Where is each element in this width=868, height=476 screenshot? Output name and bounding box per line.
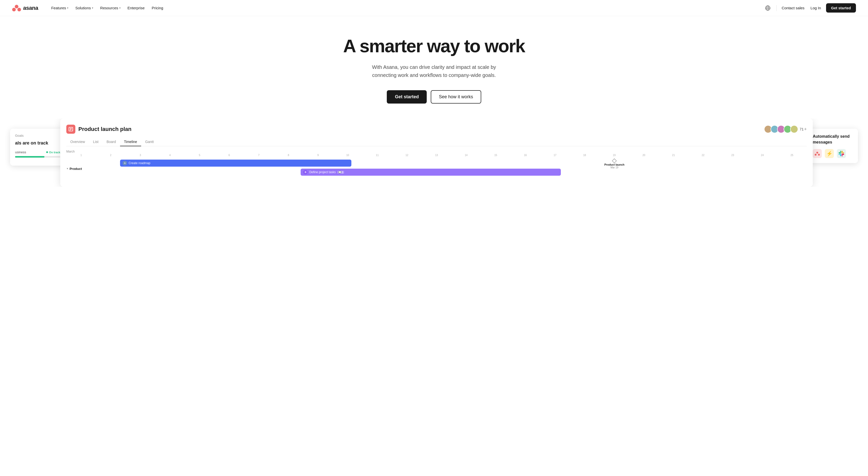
card-title-row: Product launch plan [66, 125, 131, 134]
comment-count: 1 [342, 171, 343, 174]
date-10: 10 [333, 154, 363, 156]
navigation: asana Features ▾ Solutions ▾ Resources ▾… [0, 0, 868, 16]
date-4: 4 [155, 154, 185, 156]
add-member-button[interactable]: + [804, 127, 807, 132]
avatar-group-area: 71 + [764, 125, 807, 133]
task-label-create-roadmap: Create roadmap [129, 161, 150, 165]
goal-label: usiness [15, 150, 26, 154]
date-23: 23 [718, 154, 747, 156]
card-header: Product launch plan 71 + [66, 125, 807, 134]
tab-overview[interactable]: Overview [66, 138, 89, 146]
svg-point-6 [816, 152, 818, 154]
hero-title: A smarter way to work [343, 36, 525, 56]
date-25: 25 [777, 154, 807, 156]
svg-point-0 [15, 5, 18, 8]
hero-section: A smarter way to work With Asana, you ca… [0, 16, 868, 119]
date-12: 12 [392, 154, 422, 156]
hero-subtitle: With Asana, you can drive clarity and im… [366, 63, 502, 79]
goals-panel: Goals als are on track usiness On track [10, 129, 65, 166]
goals-heading-text: als are on track [15, 141, 60, 146]
features-chevron-icon: ▾ [67, 6, 68, 9]
svg-point-7 [815, 154, 816, 155]
integration-icons: ⚡ [813, 149, 853, 158]
date-22: 22 [688, 154, 718, 156]
date-15: 15 [481, 154, 510, 156]
milestone-diamond-icon [612, 158, 617, 163]
card-project-icon [66, 125, 75, 134]
milestone-date: Mar 19 [611, 166, 618, 169]
tab-board[interactable]: Board [102, 138, 120, 146]
date-5: 5 [185, 154, 215, 156]
date-18: 18 [570, 154, 599, 156]
svg-point-1 [12, 7, 16, 11]
date-7: 7 [244, 154, 274, 156]
login-link[interactable]: Log In [809, 4, 822, 12]
date-2: 2 [96, 154, 126, 156]
timeline-header: March 1 2 3 4 5 6 7 8 9 10 11 12 13 14 1… [66, 146, 807, 156]
auto-send-panel: Automatically send messages ⚡ [808, 129, 858, 163]
svg-point-8 [818, 154, 820, 155]
automation-integration-icon: ⚡ [825, 149, 834, 158]
nav-enterprise[interactable]: Enterprise [125, 4, 148, 12]
group-label: ▼ Product [66, 167, 82, 171]
get-started-nav-button[interactable]: Get started [826, 3, 856, 12]
solutions-chevron-icon: ▾ [92, 6, 93, 9]
milestone-product-launch: Product launch Mar 19 [604, 159, 624, 169]
project-title: Product launch plan [79, 126, 131, 132]
progress-bar-background [15, 156, 60, 157]
nav-pricing[interactable]: Pricing [149, 4, 166, 12]
product-preview-area: Goals als are on track usiness On track [0, 119, 868, 187]
date-row: 1 2 3 4 5 6 7 8 9 10 11 12 13 14 15 16 1… [66, 154, 807, 156]
language-selector-button[interactable] [763, 3, 772, 12]
date-20: 20 [629, 154, 659, 156]
svg-point-2 [17, 7, 21, 11]
asana-integration-icon [813, 149, 822, 158]
product-group-row: ▼ Product A Create roadmap B Define proj… [66, 158, 807, 179]
month-label: March [66, 148, 807, 154]
avatar-count: 71 [800, 127, 804, 131]
project-icon-svg [68, 127, 73, 132]
date-24: 24 [747, 154, 777, 156]
slack-icon [839, 151, 844, 156]
avatar-group [764, 125, 798, 133]
hero-see-how-button[interactable]: See how it works [431, 90, 481, 103]
asana-dots-icon [814, 151, 820, 156]
bolt-icon: ⚡ [826, 151, 833, 156]
milestone-label: Product launch [604, 163, 624, 166]
timeline-card: Product launch plan 71 + Overview List B… [60, 119, 813, 187]
hero-get-started-button[interactable]: Get started [387, 90, 427, 103]
nav-solutions[interactable]: Solutions ▾ [72, 4, 96, 12]
timeline-body: ▼ Product A Create roadmap B Define proj… [66, 156, 807, 179]
date-13: 13 [422, 154, 451, 156]
comment-icon: 💬 [338, 171, 341, 174]
date-3: 3 [126, 154, 155, 156]
date-21: 21 [658, 154, 688, 156]
nav-resources[interactable]: Resources ▾ [97, 4, 124, 12]
nav-links: Features ▾ Solutions ▾ Resources ▾ Enter… [48, 4, 763, 12]
contact-sales-link[interactable]: Contact sales [781, 4, 805, 12]
date-1: 1 [66, 154, 96, 156]
date-8: 8 [274, 154, 303, 156]
date-19: 19 [599, 154, 629, 156]
resources-chevron-icon: ▾ [119, 6, 121, 9]
task-avatar-1: A [123, 161, 127, 166]
goal-row: usiness On track [15, 150, 60, 154]
slack-integration-icon [837, 149, 846, 158]
project-tabs: Overview List Board Timeline Gantt [66, 138, 807, 146]
task-define-tasks[interactable]: B Define project tasks 💬 1 [301, 169, 561, 176]
tab-list[interactable]: List [89, 138, 102, 146]
date-9: 9 [303, 154, 333, 156]
nav-divider [776, 5, 777, 11]
comment-badge: 💬 1 [337, 171, 344, 174]
task-create-roadmap[interactable]: A Create roadmap [120, 159, 351, 167]
logo-link[interactable]: asana [12, 3, 38, 12]
nav-features[interactable]: Features ▾ [48, 4, 71, 12]
date-17: 17 [540, 154, 570, 156]
tab-timeline[interactable]: Timeline [120, 138, 141, 146]
progress-bar-fill [15, 156, 44, 157]
task-label-define-tasks: Define project tasks [309, 170, 336, 174]
date-6: 6 [215, 154, 244, 156]
group-chevron-icon: ▼ [66, 168, 68, 170]
globe-icon [765, 5, 771, 11]
tab-gantt[interactable]: Gantt [141, 138, 158, 146]
